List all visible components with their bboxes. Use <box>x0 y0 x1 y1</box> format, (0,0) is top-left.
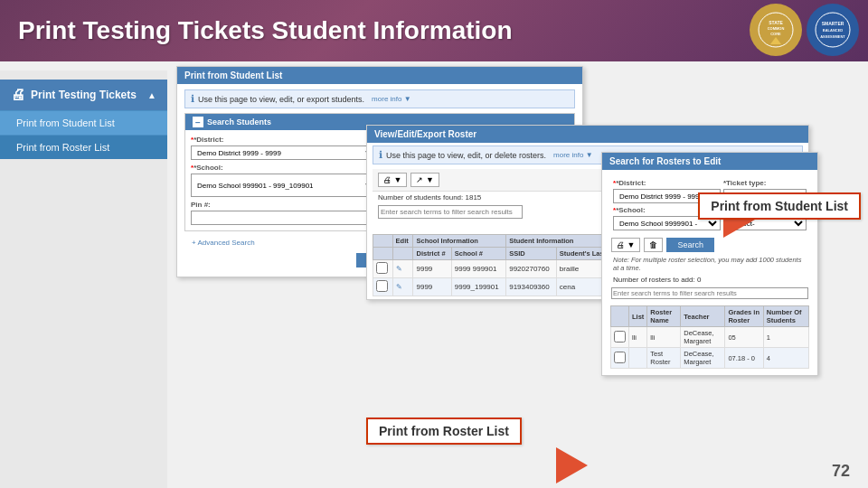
roster-filter-area <box>608 286 812 301</box>
col-cb2 <box>373 248 393 260</box>
roster-search-header: Search for Rosters to Edit <box>602 153 817 170</box>
svg-text:STATE: STATE <box>769 20 783 25</box>
rcol-cb <box>611 306 629 327</box>
col-ssid: SSID <box>506 248 557 260</box>
export-toolbar-button[interactable]: ↗ ▼ <box>410 173 439 187</box>
roster-search-button[interactable]: Search <box>666 238 714 252</box>
svg-text:COMMON: COMMON <box>768 26 785 31</box>
col-ed2 <box>392 248 413 260</box>
edit-icon[interactable]: ✎ <box>396 265 402 273</box>
print-toolbar-button[interactable]: 🖨 ▼ <box>378 173 407 187</box>
roster-filter-input2[interactable] <box>611 287 808 299</box>
pin-label: Pin #: <box>191 201 378 209</box>
school-select[interactable]: Demo School 999901 - 999_109901 <box>191 174 378 197</box>
col-school: School # <box>451 248 505 260</box>
roster-list-arrow <box>556 447 588 483</box>
roster-toolbar2: 🖨 ▼ 🗑 Search <box>608 236 812 254</box>
rcol-name: Roster Name <box>647 306 681 327</box>
print-from-roster-list-label: Print from Roster List <box>366 418 522 445</box>
district-label: **District: <box>191 136 378 144</box>
roster-delete-button[interactable]: 🗑 <box>644 238 663 252</box>
print-icon: 🖨 <box>11 87 25 103</box>
roster-add-count: Number of rosters to add: 0 <box>608 274 812 286</box>
pin-input[interactable] <box>191 211 378 225</box>
roster-note-text: Note: For multiple roster selection, you… <box>608 254 812 274</box>
row-checkbox[interactable] <box>376 280 388 292</box>
roster-print-button[interactable]: 🖨 ▼ <box>611 238 640 252</box>
main-content: 🖨 Print Testing Tickets ▲ Print from Stu… <box>0 61 868 488</box>
school-label: **School: <box>191 164 378 172</box>
col-checkbox <box>373 235 393 248</box>
svg-text:ASSESSMENT: ASSESSMENT <box>820 34 845 39</box>
roster-row-cb[interactable] <box>614 352 626 363</box>
svg-text:SMARTER: SMARTER <box>822 21 844 26</box>
district-field: **District: Demo District 9999 - 9999 <box>191 136 378 160</box>
svg-text:BALANCED: BALANCED <box>823 28 844 33</box>
rcol-list: List <box>629 306 647 327</box>
roster-info-icon: ℹ <box>379 149 382 161</box>
ticket-type-label: *Ticket type: <box>723 179 807 187</box>
school-field: **School: Demo School 999901 - 999_10990… <box>191 164 378 197</box>
header-logos: STATE COMMON CORE SMARTER BALANCED ASSES… <box>750 4 859 56</box>
district-select[interactable]: Demo District 9999 - 9999 <box>191 145 378 160</box>
student-panel-header: Print from Student List <box>177 67 582 84</box>
sidebar-item-roster-list[interactable]: Print from Roster List <box>0 135 167 159</box>
sidebar-menu: 🖨 Print Testing Tickets ▲ Print from Stu… <box>0 70 167 488</box>
roster-district-label: **District: <box>613 179 721 187</box>
sidebar-item-student-list[interactable]: Print from Student List <box>0 110 167 135</box>
menu-header[interactable]: 🖨 Print Testing Tickets ▲ <box>0 80 167 110</box>
row-checkbox[interactable] <box>376 262 388 274</box>
logo-2: SMARTER BALANCED ASSESSMENT <box>807 4 859 56</box>
roster-row-cb[interactable] <box>614 331 626 343</box>
header: Print Testing Tickets Student Informatio… <box>0 0 868 61</box>
table-row: Test Roster DeCease, Margaret 07.18 - 0 … <box>611 348 809 369</box>
roster-results-table: List Roster Name Teacher Grades in Roste… <box>610 305 809 369</box>
arrow-shape-2 <box>556 447 588 483</box>
panels-area: Print from Student List ℹ Use this page … <box>167 61 868 488</box>
col-district: District # <box>413 248 451 260</box>
svg-text:CORE: CORE <box>770 32 781 36</box>
menu-header-label: Print Testing Tickets <box>31 89 137 101</box>
roster-table-area: List Roster Name Teacher Grades in Roste… <box>608 303 812 371</box>
print-from-student-list-label: Print from Student List <box>698 192 861 220</box>
roster-panel-header: View/Edit/Export Roster <box>367 126 808 143</box>
roster-more-link[interactable]: more info ▼ <box>553 151 593 159</box>
logo-1: STATE COMMON CORE <box>750 4 802 56</box>
chevron-up-icon: ▲ <box>147 90 156 100</box>
page-number: 72 <box>832 462 850 481</box>
more-info-link[interactable]: more info ▼ <box>372 95 411 103</box>
rcol-students: Number Of Students <box>763 306 808 327</box>
col-school-info: School Information <box>413 235 506 248</box>
table-row: lli lli DeCease, Margaret 05 1 <box>611 327 809 348</box>
edit-icon[interactable]: ✎ <box>396 283 402 291</box>
roster-filter-input[interactable] <box>378 205 523 219</box>
rcol-teacher: Teacher <box>681 306 725 327</box>
minus-icon: − <box>193 117 203 127</box>
page-title: Print Testing Tickets Student Informatio… <box>18 16 513 45</box>
roster-search-panel: Search for Rosters to Edit **District: D… <box>601 152 818 376</box>
student-info-row: ℹ Use this page to view, edit, or export… <box>184 89 575 108</box>
pin-field: Pin #: <box>191 201 378 225</box>
info-icon: ℹ <box>191 93 194 105</box>
col-edit: Edit <box>392 235 413 248</box>
rcol-grades: Grades in Roster <box>725 306 763 327</box>
